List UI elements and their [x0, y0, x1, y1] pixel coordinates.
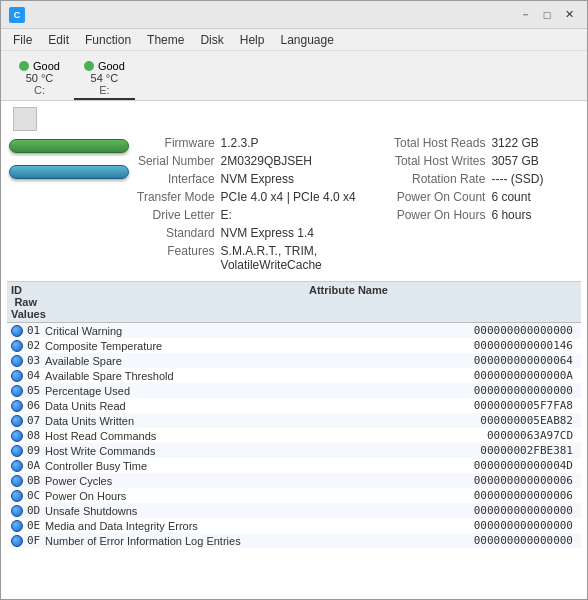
- window-controls: － □ ✕: [515, 6, 579, 24]
- right-panel: Total Host Reads3122 GBTotal Host Writes…: [394, 135, 579, 273]
- tab-letter-0: C:: [34, 84, 45, 96]
- row-value: 000000000000006: [311, 474, 577, 487]
- row-icon: [11, 490, 23, 502]
- table-row[interactable]: 0E Media and Data Integrity Errors 00000…: [7, 518, 581, 533]
- status-dot-1: [84, 61, 94, 71]
- row-id: 06: [27, 399, 45, 412]
- maximize-button[interactable]: □: [537, 6, 557, 24]
- close-button[interactable]: ✕: [559, 6, 579, 24]
- table-header: ID Attribute Name Raw Values: [7, 282, 581, 323]
- table-row[interactable]: 04 Available Spare Threshold 00000000000…: [7, 368, 581, 383]
- row-value: 000000000000000: [311, 504, 577, 517]
- table-row[interactable]: 06 Data Units Read 0000000005F7FA8: [7, 398, 581, 413]
- left-panel: [9, 135, 129, 273]
- row-id: 02: [27, 339, 45, 352]
- row-name: Number of Error Information Log Entries: [45, 535, 311, 547]
- row-value: 0000000005F7FA8: [311, 399, 577, 412]
- row-name: Host Write Commands: [45, 445, 311, 457]
- row-icon: [11, 340, 23, 352]
- menu-item-disk[interactable]: Disk: [192, 31, 231, 49]
- field-label-transfer-mode: Transfer Mode: [137, 189, 215, 205]
- tab-status-1: Good: [84, 60, 125, 72]
- row-icon: [11, 355, 23, 367]
- field-value-standard: NVM Express 1.4: [221, 225, 386, 241]
- table-row[interactable]: 0F Number of Error Information Log Entri…: [7, 533, 581, 548]
- right-value-rotation-rate: ---- (SSD): [491, 171, 579, 187]
- field-value-serial-number: 2M0329QBJSEH: [221, 153, 386, 169]
- status-dot-0: [19, 61, 29, 71]
- table-row[interactable]: 0D Unsafe Shutdowns 000000000000000: [7, 503, 581, 518]
- row-icon: [11, 475, 23, 487]
- main-window: C － □ ✕ FileEditFunctionThemeDiskHelpLan…: [0, 0, 588, 600]
- table-row[interactable]: 03 Available Spare 000000000000064: [7, 353, 581, 368]
- drive-tab-1[interactable]: Good 54 °C E:: [74, 56, 135, 100]
- minimize-button[interactable]: －: [515, 6, 535, 24]
- right-value-total-host-reads: 3122 GB: [491, 135, 579, 151]
- table-row[interactable]: 01 Critical Warning 000000000000000: [7, 323, 581, 338]
- info-section: Firmware1.2.3.PSerial Number2M0329QBJSEH…: [1, 131, 587, 277]
- field-label-features: Features: [137, 243, 215, 273]
- menu-item-theme[interactable]: Theme: [139, 31, 192, 49]
- table-row[interactable]: 0C Power On Hours 000000000000006: [7, 488, 581, 503]
- menu-item-help[interactable]: Help: [232, 31, 273, 49]
- row-name: Data Units Written: [45, 415, 311, 427]
- field-label-serial-number: Serial Number: [137, 153, 215, 169]
- row-id: 0A: [27, 459, 45, 472]
- field-label-firmware: Firmware: [137, 135, 215, 151]
- row-icon: [11, 370, 23, 382]
- back-button[interactable]: [13, 107, 37, 131]
- right-label-total-host-reads: Total Host Reads: [394, 135, 485, 151]
- field-value-features: S.M.A.R.T., TRIM, VolatileWriteCache: [221, 243, 386, 273]
- row-icon: [11, 430, 23, 442]
- table-row[interactable]: 0B Power Cycles 000000000000006: [7, 473, 581, 488]
- field-value-drive-letter: E:: [221, 207, 386, 223]
- health-badge: [9, 139, 129, 153]
- table-row[interactable]: 0A Controller Busy Time 00000000000004D: [7, 458, 581, 473]
- row-id: 08: [27, 429, 45, 442]
- menu-item-language[interactable]: Language: [272, 31, 341, 49]
- tab-temp-0: 50 °C: [26, 72, 54, 84]
- row-value: 000000005EAB82: [311, 414, 577, 427]
- right-value-power-on-count: 6 count: [491, 189, 579, 205]
- field-value-interface: NVM Express: [221, 171, 386, 187]
- row-name: Media and Data Integrity Errors: [45, 520, 311, 532]
- row-icon: [11, 415, 23, 427]
- row-id: 01: [27, 324, 45, 337]
- drive-tabs: Good 50 °C C: Good 54 °C E:: [1, 51, 587, 101]
- table-row[interactable]: 07 Data Units Written 000000005EAB82: [7, 413, 581, 428]
- center-panel: Firmware1.2.3.PSerial Number2M0329QBJSEH…: [137, 135, 386, 273]
- drive-tab-0[interactable]: Good 50 °C C:: [9, 56, 70, 100]
- row-name: Unsafe Shutdowns: [45, 505, 311, 517]
- row-value: 000000000000146: [311, 339, 577, 352]
- table-row[interactable]: 02 Composite Temperature 000000000000146: [7, 338, 581, 353]
- right-label-power-on-count: Power On Count: [394, 189, 485, 205]
- row-name: Available Spare: [45, 355, 311, 367]
- tab-temp-1: 54 °C: [91, 72, 119, 84]
- row-name: Power Cycles: [45, 475, 311, 487]
- row-id: 03: [27, 354, 45, 367]
- row-icon: [11, 400, 23, 412]
- menu-item-edit[interactable]: Edit: [40, 31, 77, 49]
- table-body: 01 Critical Warning 000000000000000 02 C…: [7, 323, 581, 548]
- field-label-interface: Interface: [137, 171, 215, 187]
- row-id: 0F: [27, 534, 45, 547]
- field-value-firmware: 1.2.3.P: [221, 135, 386, 151]
- table-row[interactable]: 09 Host Write Commands 00000002FBE381: [7, 443, 581, 458]
- row-id: 0C: [27, 489, 45, 502]
- table-row[interactable]: 05 Percentage Used 000000000000000: [7, 383, 581, 398]
- row-name: Composite Temperature: [45, 340, 311, 352]
- health-box: [9, 135, 129, 153]
- row-name: Controller Busy Time: [45, 460, 311, 472]
- row-value: 000000000000000: [311, 519, 577, 532]
- table-row[interactable]: 08 Host Read Commands 00000063A97CD: [7, 428, 581, 443]
- right-label-total-host-writes: Total Host Writes: [394, 153, 485, 169]
- row-value: 000000000000064: [311, 354, 577, 367]
- menu-item-function[interactable]: Function: [77, 31, 139, 49]
- tab-status-0: Good: [19, 60, 60, 72]
- menu-item-file[interactable]: File: [5, 31, 40, 49]
- col-id: ID: [11, 284, 309, 296]
- app-icon: C: [9, 7, 25, 23]
- row-value: 000000000000000: [311, 324, 577, 337]
- row-name: Data Units Read: [45, 400, 311, 412]
- field-label-standard: Standard: [137, 225, 215, 241]
